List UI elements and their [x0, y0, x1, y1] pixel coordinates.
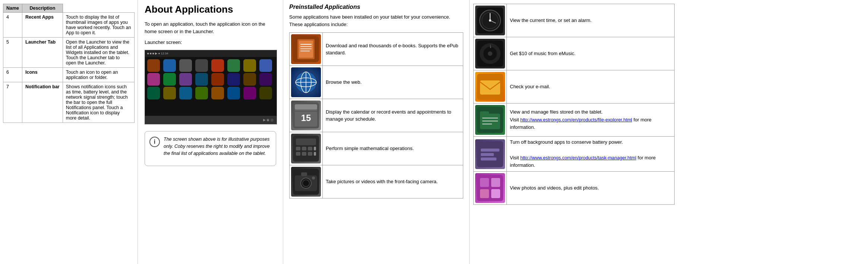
- gallery-icon-cell: [474, 172, 507, 205]
- launcher-app-icon[interactable]: [163, 59, 176, 72]
- svg-text:15: 15: [301, 113, 311, 123]
- launcher-app-icon[interactable]: [211, 73, 224, 86]
- camera-icon-cell: [290, 165, 323, 198]
- email-icon-cell: [474, 70, 507, 104]
- clock-icon-cell: [474, 4, 507, 37]
- svg-rect-27: [314, 152, 316, 156]
- svg-point-39: [489, 19, 491, 22]
- row-description: Open the Launcher to view the list of al…: [63, 38, 134, 68]
- row-number: 7: [3, 82, 22, 123]
- launcher-app-icon[interactable]: [211, 87, 224, 99]
- svg-rect-53: [481, 149, 499, 152]
- right-section: View the current time, or set an alarm. …: [470, 0, 678, 264]
- browser-icon-cell: [290, 66, 323, 99]
- preinstalled-intro: Some applications have been installed on…: [289, 13, 463, 28]
- svg-point-33: [312, 176, 315, 179]
- svg-rect-22: [308, 147, 312, 150]
- table-row: 6 Icons Touch an icon to open an applica…: [3, 68, 135, 82]
- launcher-app-icon[interactable]: [163, 87, 176, 99]
- kindle-icon-cell: [290, 33, 323, 66]
- launcher-app-icon[interactable]: [179, 73, 192, 86]
- svg-rect-19: [296, 139, 316, 145]
- launcher-app-icon[interactable]: [179, 87, 192, 99]
- calculator-desc-cell: Perform simple mathematical operations.: [323, 132, 463, 165]
- launcher-app-icon[interactable]: [211, 59, 224, 72]
- svg-point-43: [488, 51, 492, 56]
- app-row: Browse the web.: [290, 66, 463, 99]
- launcher-app-icon[interactable]: [195, 59, 208, 72]
- launcher-app-icon[interactable]: [163, 73, 176, 86]
- col-header-name: Name: [3, 4, 22, 13]
- row-number: 6: [3, 68, 22, 82]
- fileexplorer-desc-cell: View and manage files stored on the tabl…: [507, 104, 675, 137]
- svg-rect-59: [480, 189, 489, 198]
- row-name: Recent Apps: [22, 13, 63, 38]
- email-app-icon: [475, 72, 505, 102]
- right-app-table: View the current time, or set an alarm. …: [473, 4, 675, 205]
- launcher-app-icon[interactable]: [179, 59, 192, 72]
- launcher-app-icon[interactable]: [259, 59, 272, 72]
- row-number: 5: [3, 38, 22, 68]
- launcher-screenshot: ■ ■ ■ ▶ ● 12:34 ▶ ◉ ◎: [145, 50, 277, 124]
- kindle-app-icon: [291, 34, 321, 64]
- launcher-topbar: ■ ■ ■ ▶ ● 12:34: [145, 50, 277, 57]
- svg-rect-15: [295, 104, 317, 109]
- gallery-app-icon: [475, 173, 505, 203]
- launcher-app-icon[interactable]: [259, 87, 272, 99]
- visit-label2: Visit: [510, 155, 520, 160]
- launcher-app-icon[interactable]: [195, 73, 208, 86]
- svg-rect-24: [296, 152, 300, 156]
- app-row: 15 Display the calendar or record events…: [290, 99, 463, 132]
- clock-app-icon: [475, 6, 505, 35]
- svg-point-31: [303, 180, 309, 187]
- calculator-app-icon: [291, 134, 321, 163]
- taskmanager-link[interactable]: http://www.estrongs.com/en/products/task…: [520, 155, 636, 160]
- launcher-app-icon[interactable]: [243, 73, 256, 86]
- launcher-app-icon[interactable]: [147, 59, 160, 72]
- clock-desc-cell: View the current time, or set an alarm.: [507, 4, 675, 37]
- row-description: Touch to display the list of thumbnail i…: [63, 13, 134, 38]
- launcher-app-icon[interactable]: [227, 59, 240, 72]
- taskmanager-desc: Turn off background apps to conserve bat…: [510, 139, 623, 145]
- launcher-app-icon[interactable]: [147, 87, 160, 99]
- browser-desc-cell: Browse the web.: [323, 66, 463, 99]
- email-desc-cell: Check your e-mail.: [507, 70, 675, 104]
- about-para1: To open an application, touch the applic…: [145, 20, 276, 35]
- calculator-icon-cell: [290, 132, 323, 165]
- launcher-app-icon[interactable]: [227, 87, 240, 99]
- features-table: Name Description 4 Recent Apps Touch to …: [3, 4, 135, 123]
- launcher-bottombar: ▶ ◉ ◎: [145, 116, 277, 124]
- row-name: Notification bar: [22, 82, 63, 123]
- kindle-desc-cell: Download and read thousands of e-books. …: [323, 33, 463, 66]
- fileexplorer-desc: View and manage files stored on the tabl…: [510, 109, 603, 115]
- calendar-app-icon: 15: [291, 101, 321, 130]
- gallery-desc-cell: View photos and videos, plus edit photos…: [507, 172, 675, 205]
- launcher-app-icon[interactable]: [259, 73, 272, 86]
- about-para2: Launcher screen:: [145, 39, 276, 46]
- right-app-row: View the current time, or set an alarm.: [474, 4, 675, 37]
- right-app-row: View and manage files stored on the tabl…: [474, 104, 675, 137]
- launcher-bottombar-text: ▶ ◉ ◎: [263, 118, 274, 122]
- info-icon: i: [149, 137, 160, 147]
- fileexplorer-link[interactable]: http://www.estrongs.com/en/products/file…: [520, 117, 632, 123]
- svg-rect-20: [296, 147, 300, 150]
- about-title: About Applications: [145, 4, 276, 15]
- row-number: 4: [3, 13, 22, 38]
- launcher-app-icon[interactable]: [243, 59, 256, 72]
- svg-rect-60: [491, 189, 500, 198]
- fileexplorer-app-icon: [475, 105, 505, 135]
- right-app-row: Check your e-mail.: [474, 70, 675, 104]
- table-row: 7 Notification bar Shows notification ic…: [3, 82, 135, 123]
- info-box: i The screen shown above is for illustra…: [145, 131, 276, 166]
- launcher-app-icon[interactable]: [147, 73, 160, 86]
- camera-app-icon: [291, 167, 321, 197]
- launcher-topbar-text: ■ ■ ■ ▶ ● 12:34: [147, 52, 168, 55]
- svg-rect-32: [301, 172, 307, 176]
- calendar-desc-cell: Display the calendar or record events an…: [323, 99, 463, 132]
- launcher-app-icon[interactable]: [243, 87, 256, 99]
- about-section: About Applications To open an applicatio…: [138, 0, 283, 264]
- launcher-app-icon[interactable]: [195, 87, 208, 99]
- launcher-app-icon[interactable]: [227, 73, 240, 86]
- calendar-icon-cell: 15: [290, 99, 323, 132]
- app-row: Take pictures or videos with the front-f…: [290, 165, 463, 198]
